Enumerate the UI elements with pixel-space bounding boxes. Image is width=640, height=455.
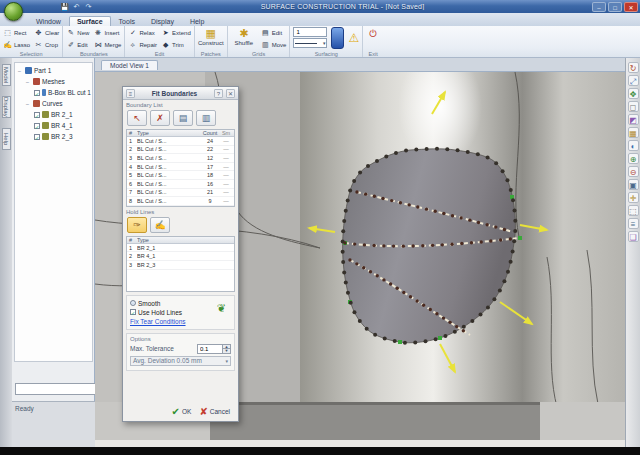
table-row[interactable]: 4BL Cut / S...17— (127, 163, 234, 172)
wireframe-icon[interactable]: ▦ (628, 127, 639, 138)
pick-boundary-button[interactable]: ↖ (127, 110, 147, 126)
relax-button[interactable]: ✓Relax (128, 27, 157, 38)
rotate-view-icon[interactable]: ↻ (628, 62, 639, 73)
table-row[interactable]: 2BL Cut / S...22— (127, 146, 234, 155)
tree-item-meshes[interactable]: − Meshes (16, 76, 91, 87)
tolerance-input[interactable] (197, 344, 223, 354)
table-row[interactable]: 8BL Cut / S...9— (127, 197, 234, 206)
fix-tear-conditions-link[interactable]: Fix Tear Conditions (130, 318, 186, 325)
pan-icon[interactable]: ✥ (628, 88, 639, 99)
zoom-in-icon[interactable]: ⊕ (628, 153, 639, 164)
close-button[interactable]: ✕ (624, 2, 638, 12)
tab-help[interactable]: Help (182, 16, 212, 26)
shaded-view-icon[interactable]: ◩ (628, 114, 639, 125)
list-item[interactable]: 2BR 4_1 (127, 252, 234, 261)
bounding-box-icon[interactable]: ⬚ (628, 205, 639, 216)
extend-button[interactable]: ➤Extend (161, 27, 191, 38)
panel-tab-display[interactable]: Display (2, 96, 11, 118)
edit-boundary-button[interactable]: ✐Edit (66, 39, 89, 50)
panel-tab-model[interactable]: Model (2, 64, 11, 86)
visibility-checkbox[interactable]: ✓ (34, 134, 40, 140)
insert-boundary-button[interactable]: ❋Insert (93, 27, 121, 38)
tree-item-blcut[interactable]: ✓ B-Box BL cut 1 (16, 87, 91, 98)
tree-item-br2-1[interactable]: ✓ BR 2_1 (16, 109, 91, 120)
preview-leaf-icon[interactable]: ❦ (217, 302, 230, 315)
tab-tools[interactable]: Tools (111, 16, 143, 26)
collapse-icon[interactable]: − (24, 101, 31, 107)
front-view-icon[interactable]: ◻ (628, 101, 639, 112)
use-hold-lines-checkbox[interactable]: ✓ Use Hold Lines (130, 309, 231, 316)
move-grids-button[interactable]: ▥Move (261, 39, 287, 50)
detail-view-button[interactable]: ▥ (196, 110, 216, 126)
maximize-button[interactable]: □ (608, 2, 622, 12)
shuffle-grids-button[interactable]: ✱ Shuffle (231, 27, 257, 49)
table-row[interactable]: 5BL Cut / S...18— (127, 171, 234, 180)
tension-spinner[interactable] (293, 27, 327, 37)
table-row[interactable]: 6BL Cut / S...16— (127, 180, 234, 189)
trim-button[interactable]: ◆Trim (161, 39, 191, 50)
shading-toggle-icon[interactable]: ◐ (628, 140, 639, 151)
lasso-select-icon: ✍ (3, 40, 12, 49)
visibility-checkbox[interactable]: ✓ (34, 90, 40, 96)
list-view-button[interactable]: ▤ (173, 110, 193, 126)
dialog-close-icon[interactable]: ✕ (226, 89, 235, 98)
cancel-button[interactable]: ✘ Cancel (199, 406, 230, 417)
table-row[interactable]: 1BL Cut / S...24— (127, 137, 234, 146)
spin-down-icon[interactable]: ▼ (223, 349, 231, 354)
collapse-icon[interactable]: − (16, 68, 23, 74)
dialog-header[interactable]: ≡ Fit Boundaries ? ✕ (123, 87, 238, 100)
deviation-method-combo[interactable]: Avg. Deviation 0.05 mm ▾ (130, 356, 231, 366)
pick-hold-line-button[interactable]: ✑ (127, 217, 147, 233)
tab-display[interactable]: Display (143, 16, 182, 26)
tree-root[interactable]: − Part 1 (16, 65, 91, 76)
redo-icon[interactable]: ↷ (84, 2, 93, 11)
checkbox-icon: ✓ (130, 309, 136, 315)
select-rect-button[interactable]: ⬚Rect (3, 27, 30, 38)
tree-item-br4-1[interactable]: ✓ BR 4_1 (16, 120, 91, 131)
collapse-icon[interactable]: − (24, 79, 31, 85)
list-item[interactable]: 1BR 2_1 (127, 244, 234, 253)
dialog-menu-icon[interactable]: ≡ (126, 89, 135, 98)
tolerance-spinner[interactable]: ▲ ▼ (197, 344, 231, 354)
help-icon[interactable]: ? (214, 89, 223, 98)
layers-icon[interactable]: ≡ (628, 218, 639, 229)
merge-boundary-button[interactable]: ⋈Merge (93, 39, 121, 50)
list-item[interactable]: 3BR 2_3 (127, 261, 234, 270)
visibility-checkbox[interactable]: ✓ (34, 123, 40, 129)
tolerance-label: Max. Tolerance (130, 345, 195, 352)
viewport-split-icon[interactable]: ❏ (628, 231, 639, 242)
new-boundary-button[interactable]: ✎New (66, 27, 89, 38)
fit-surface-button[interactable] (331, 27, 344, 49)
exit-mode-icon[interactable]: ⏻ (366, 27, 380, 41)
visibility-checkbox[interactable]: ✓ (34, 112, 40, 118)
tree-item-curves[interactable]: − Curves (16, 98, 91, 109)
save-icon[interactable]: 💾 (60, 2, 69, 11)
ok-button[interactable]: ✔ OK (172, 406, 192, 417)
tree-item-br2-3[interactable]: ✓ BR 2_3 (16, 131, 91, 142)
line-style-combo[interactable]: ▾ (293, 38, 327, 48)
table-row[interactable]: 7BL Cut / S...21— (127, 189, 234, 198)
smooth-radio[interactable]: Smooth (130, 300, 231, 307)
relax-icon: ✓ (128, 28, 137, 37)
isometric-view-icon[interactable]: ▣ (628, 179, 639, 190)
tab-surface[interactable]: Surface (69, 16, 111, 26)
repair-button[interactable]: ⟡Repair (128, 39, 157, 50)
tab-model-view[interactable]: Model View 1 (101, 60, 158, 70)
minimize-button[interactable]: – (592, 2, 606, 12)
curve-icon (42, 133, 49, 140)
remove-boundary-button[interactable]: ✗ (150, 110, 170, 126)
app-menu-orb[interactable] (4, 2, 23, 21)
table-row[interactable]: 3BL Cut / S...12— (127, 154, 234, 163)
zoom-out-icon[interactable]: ⊖ (628, 166, 639, 177)
undo-icon[interactable]: ↶ (72, 2, 81, 11)
tab-window[interactable]: Window (28, 16, 69, 26)
panel-tab-help[interactable]: Help (2, 128, 11, 150)
edit-grids-button[interactable]: ▤Edit (261, 27, 287, 38)
crop-button[interactable]: ✂Crop (34, 39, 59, 50)
clear-selection-button[interactable]: ✥Clear (34, 27, 59, 38)
zoom-fit-icon[interactable]: ⤢ (628, 75, 639, 86)
draw-hold-line-button[interactable]: ✍ (150, 217, 170, 233)
construct-patches-button[interactable]: ▦ Construct (198, 27, 224, 46)
select-lasso-button[interactable]: ✍Lasso (3, 39, 30, 50)
crosshair-icon[interactable]: ✛ (628, 192, 639, 203)
